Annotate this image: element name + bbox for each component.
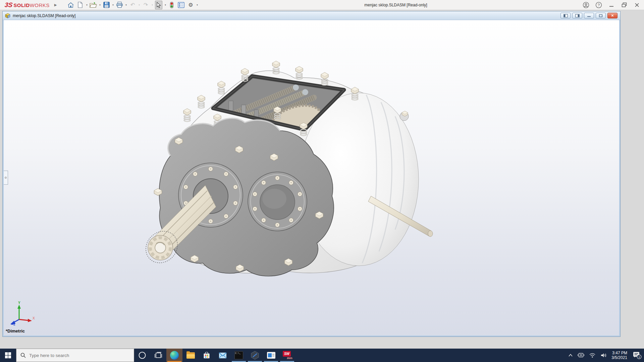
solidworks-logo: 3S SOLID WORKS — [5, 1, 50, 9]
print-dropdown[interactable]: ▾ — [124, 4, 128, 6]
doc-close-icon: ✕ — [611, 14, 614, 17]
feature-pane-collapse-tab[interactable] — [4, 171, 8, 185]
start-button[interactable] — [0, 349, 16, 362]
tray-time: 3:47 PM — [611, 351, 627, 355]
new-document-icon — [77, 2, 83, 8]
network-button[interactable] — [587, 349, 598, 362]
app-title-bar: 3S SOLID WORKS ▶ ▾ ▾ — [0, 0, 644, 10]
task-view-button[interactable] — [150, 349, 166, 362]
windows-logo-icon — [5, 352, 11, 358]
cortana-button[interactable] — [134, 349, 150, 362]
minimize-button[interactable] — [606, 1, 616, 9]
windows-taskbar: C:\_ SW 2021 — [0, 349, 644, 362]
rebuild-traffic-light-icon — [170, 2, 174, 8]
terminal-icon: C:\_ — [234, 351, 243, 359]
display-settings-button[interactable] — [177, 1, 185, 9]
cortana-icon — [138, 351, 146, 359]
notification-badge: 1 — [638, 355, 640, 359]
svg-text:?: ? — [598, 3, 600, 7]
close-button[interactable] — [632, 1, 642, 9]
chevron-up-icon — [568, 354, 573, 357]
doc-close-button[interactable]: ✕ — [607, 13, 618, 18]
taskbar-search[interactable] — [16, 349, 134, 362]
app-window-controls: ? — [581, 0, 642, 10]
graphics-viewport[interactable]: Y X Z *Dimetric — [4, 20, 619, 336]
help-icon: ? — [595, 2, 602, 8]
clock[interactable]: 3:47 PM 3/5/2021 — [609, 351, 630, 360]
media-app-icon — [267, 352, 275, 359]
select-cursor-icon — [156, 2, 161, 8]
save-icon — [103, 2, 110, 8]
doc-minimize-button[interactable] — [584, 13, 594, 18]
home-button[interactable] — [66, 1, 75, 9]
edge-button[interactable] — [166, 349, 182, 362]
store-icon — [203, 352, 210, 359]
doc-restore-button[interactable] — [596, 13, 606, 18]
new-document-button[interactable] — [76, 1, 85, 9]
minimize-icon — [609, 3, 614, 7]
notification-center-button[interactable]: 1 — [630, 349, 644, 362]
assembly-document-icon — [5, 13, 11, 18]
pane-right-icon — [575, 14, 580, 17]
store-button[interactable] — [199, 349, 215, 362]
close-icon — [635, 3, 639, 7]
redo-button[interactable]: ↷ — [141, 1, 150, 9]
account-button[interactable] — [581, 1, 591, 9]
quick-access-toolbar: ▾ ▾ ▾ — [66, 1, 199, 9]
options-dropdown[interactable]: ▾ — [195, 4, 199, 6]
rebuild-button[interactable] — [167, 1, 176, 9]
save-dropdown[interactable]: ▾ — [111, 4, 115, 6]
new-document-dropdown[interactable]: ▾ — [85, 4, 89, 6]
document-window: menjac sklop.SLDASM [Read-only] — [3, 11, 620, 337]
volume-button[interactable] — [598, 349, 609, 362]
open-icon — [90, 2, 97, 8]
meet-now-button[interactable] — [575, 349, 587, 362]
select-tool-active[interactable] — [155, 1, 162, 9]
menu-expand-arrow-icon[interactable]: ▶ — [54, 3, 57, 7]
show-right-pane-button[interactable] — [572, 13, 582, 18]
file-explorer-button[interactable] — [182, 349, 199, 362]
search-icon — [20, 353, 26, 358]
account-icon — [583, 2, 589, 8]
mail-icon — [219, 352, 227, 359]
save-button[interactable] — [102, 1, 111, 9]
open-dropdown[interactable]: ▾ — [98, 4, 102, 6]
tray-date: 3/5/2021 — [611, 355, 627, 360]
triad-z-label: Z — [13, 323, 15, 325]
undo-icon: ↶ — [130, 2, 135, 8]
hexagon-app-button[interactable] — [247, 349, 263, 362]
help-button[interactable]: ? — [594, 1, 604, 9]
solidworks-logo-glyph: 3S — [4, 1, 13, 9]
triad-x-label: X — [33, 316, 35, 320]
hidden-icons-button[interactable] — [566, 349, 575, 362]
document-title: menjac sklop.SLDASM [Read-only] — [13, 13, 75, 18]
display-settings-icon — [178, 2, 184, 8]
triad-y-label: Y — [18, 301, 20, 305]
meet-now-icon — [578, 352, 584, 358]
solidworks-taskbar-button[interactable]: SW 2021 — [279, 349, 295, 362]
options-button[interactable]: ⚙ — [186, 1, 195, 9]
home-icon — [67, 2, 74, 8]
doc-minimize-icon — [587, 14, 591, 17]
undo-button[interactable]: ↶ — [128, 1, 137, 9]
gearbox-model[interactable] — [144, 55, 439, 277]
show-left-pane-button[interactable] — [560, 13, 571, 18]
pane-left-icon — [564, 14, 568, 17]
search-input[interactable] — [29, 353, 123, 358]
mail-button[interactable] — [215, 349, 231, 362]
undo-dropdown[interactable]: ▾ — [137, 4, 141, 6]
open-button[interactable] — [89, 1, 98, 9]
select-dropdown[interactable]: ▾ — [163, 4, 167, 6]
file-explorer-icon — [186, 352, 195, 359]
collapse-tab-grip — [5, 177, 7, 179]
terminal-button[interactable]: C:\_ — [231, 349, 247, 362]
restore-button[interactable] — [619, 1, 629, 9]
print-button[interactable] — [115, 1, 124, 9]
edge-icon — [170, 351, 179, 360]
document-title-bar[interactable]: menjac sklop.SLDASM [Read-only] — [3, 11, 620, 20]
doc-restore-icon — [599, 14, 603, 17]
document-window-controls: ✕ — [560, 13, 618, 18]
restore-icon — [622, 2, 627, 8]
media-app-button[interactable] — [263, 349, 279, 362]
redo-dropdown[interactable]: ▾ — [150, 4, 154, 6]
